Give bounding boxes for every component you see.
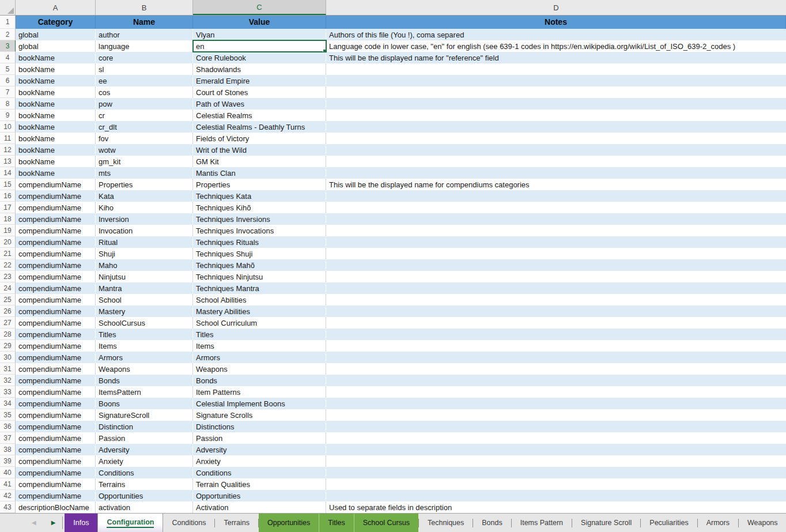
row-number[interactable]: 22 [0, 259, 16, 271]
cell-c6[interactable]: Emerald Empire [193, 75, 326, 86]
row-number[interactable]: 6 [0, 75, 16, 86]
cell-a2[interactable]: global [16, 29, 96, 40]
row-number[interactable]: 31 [0, 363, 16, 375]
cell-d30[interactable] [326, 352, 786, 363]
cell-c34[interactable]: Celestial Implement Boons [193, 398, 326, 409]
cell-d42[interactable] [326, 490, 786, 501]
cell-c25[interactable]: School Abilities [193, 294, 326, 305]
cell-b22[interactable]: Maho [96, 259, 193, 271]
cell-d39[interactable] [326, 455, 786, 467]
cell-a32[interactable]: compendiumName [16, 375, 96, 386]
row-number[interactable]: 18 [0, 213, 16, 225]
cell-c18[interactable]: Techniques Inversions [193, 213, 326, 225]
cell-b29[interactable]: Items [96, 340, 193, 352]
cell-c32[interactable]: Bonds [193, 375, 326, 386]
cell-c5[interactable]: Shadowlands [193, 63, 326, 75]
fill-handle[interactable] [323, 49, 326, 52]
column-header-a[interactable]: A [16, 0, 96, 15]
row-number[interactable]: 25 [0, 294, 16, 305]
cell-d31[interactable] [326, 363, 786, 375]
cell-c11[interactable]: Fields of Victory [193, 133, 326, 144]
row-number[interactable]: 21 [0, 248, 16, 259]
cell-b27[interactable]: SchoolCursus [96, 317, 193, 329]
sheet-tab-configuration[interactable]: Configuration [97, 514, 163, 532]
cell-a10[interactable]: bookName [16, 121, 96, 133]
cell-c33[interactable]: Item Patterns [193, 386, 326, 398]
cell-d34[interactable] [326, 398, 786, 409]
cell-b21[interactable]: Shuji [96, 248, 193, 259]
cell-b8[interactable]: pow [96, 98, 193, 110]
cell-b3[interactable]: language [96, 40, 193, 52]
cell-a23[interactable]: compendiumName [16, 271, 96, 282]
cell-d32[interactable] [326, 375, 786, 386]
cell-a36[interactable]: compendiumName [16, 421, 96, 432]
row-number[interactable]: 2 [0, 29, 16, 40]
cell-d24[interactable] [326, 282, 786, 294]
row-number[interactable]: 12 [0, 144, 16, 156]
cell-c41[interactable]: Terrain Qualities [193, 478, 326, 490]
cell-a14[interactable]: bookName [16, 167, 96, 179]
row-number[interactable]: 41 [0, 478, 16, 490]
cell-a30[interactable]: compendiumName [16, 352, 96, 363]
row-number[interactable]: 37 [0, 432, 16, 444]
cell-d15[interactable]: This will be the displayed name for comp… [326, 179, 786, 190]
cell-b43[interactable]: activation [96, 501, 193, 513]
cell-b37[interactable]: Passion [96, 432, 193, 444]
cell-c39[interactable]: Anxiety [193, 455, 326, 467]
cell-a3[interactable]: global [16, 40, 96, 52]
cell-a31[interactable]: compendiumName [16, 363, 96, 375]
cell-d18[interactable] [326, 213, 786, 225]
cell-c37[interactable]: Passion [193, 432, 326, 444]
cell-a21[interactable]: compendiumName [16, 248, 96, 259]
sheet-tab-school-cursus[interactable]: School Cursus [354, 514, 418, 532]
cell-c29[interactable]: Items [193, 340, 326, 352]
cell-b10[interactable]: cr_dlt [96, 121, 193, 133]
cell-d26[interactable] [326, 305, 786, 317]
row-number[interactable]: 39 [0, 455, 16, 467]
selected-cell[interactable]: en [193, 40, 326, 52]
row-number[interactable]: 8 [0, 98, 16, 110]
cell-d6[interactable] [326, 75, 786, 86]
cell-c17[interactable]: Techniques Kihõ [193, 202, 326, 213]
cell-c10[interactable]: Celestial Realms - Deathly Turns [193, 121, 326, 133]
cell-d28[interactable] [326, 329, 786, 340]
row-number[interactable]: 26 [0, 305, 16, 317]
cell-d7[interactable] [326, 86, 786, 98]
cell-b42[interactable]: Opportunities [96, 490, 193, 501]
cell-b39[interactable]: Anxiety [96, 455, 193, 467]
cell-a29[interactable]: compendiumName [16, 340, 96, 352]
sheet-tab-techniques[interactable]: Techniques [419, 514, 473, 532]
row-number[interactable]: 9 [0, 110, 16, 121]
sheet-tab-bonds[interactable]: Bonds [473, 514, 511, 532]
row-number[interactable]: 20 [0, 236, 16, 248]
cell-a12[interactable]: bookName [16, 144, 96, 156]
cell-b35[interactable]: SignatureScroll [96, 409, 193, 421]
cell-c38[interactable]: Adversity [193, 444, 326, 455]
cell-a40[interactable]: compendiumName [16, 467, 96, 478]
cell-d16[interactable] [326, 190, 786, 202]
cell-b19[interactable]: Invocation [96, 225, 193, 236]
cell-b14[interactable]: mts [96, 167, 193, 179]
cell-d2[interactable]: Authors of this file (You !), coma separ… [326, 29, 786, 40]
cell-d22[interactable] [326, 259, 786, 271]
row-number[interactable]: 32 [0, 375, 16, 386]
cell-c36[interactable]: Distinctions [193, 421, 326, 432]
cell-a16[interactable]: compendiumName [16, 190, 96, 202]
cell-d20[interactable] [326, 236, 786, 248]
cell-d3[interactable]: Language code in lower case, "en" for en… [326, 40, 786, 52]
cell-b31[interactable]: Weapons [96, 363, 193, 375]
cell-a28[interactable]: compendiumName [16, 329, 96, 340]
cell-a4[interactable]: bookName [16, 52, 96, 63]
row-number[interactable]: 13 [0, 156, 16, 167]
cell-c16[interactable]: Techniques Kata [193, 190, 326, 202]
cell-d25[interactable] [326, 294, 786, 305]
cell-b16[interactable]: Kata [96, 190, 193, 202]
cell-b25[interactable]: School [96, 294, 193, 305]
cell-b15[interactable]: Properties [96, 179, 193, 190]
cell-a42[interactable]: compendiumName [16, 490, 96, 501]
row-number[interactable]: 38 [0, 444, 16, 455]
row-number[interactable]: 17 [0, 202, 16, 213]
cell-c2[interactable]: Vlyan [193, 29, 326, 40]
header-cell-notes[interactable]: Notes [326, 16, 786, 29]
cell-c40[interactable]: Conditions [193, 467, 326, 478]
